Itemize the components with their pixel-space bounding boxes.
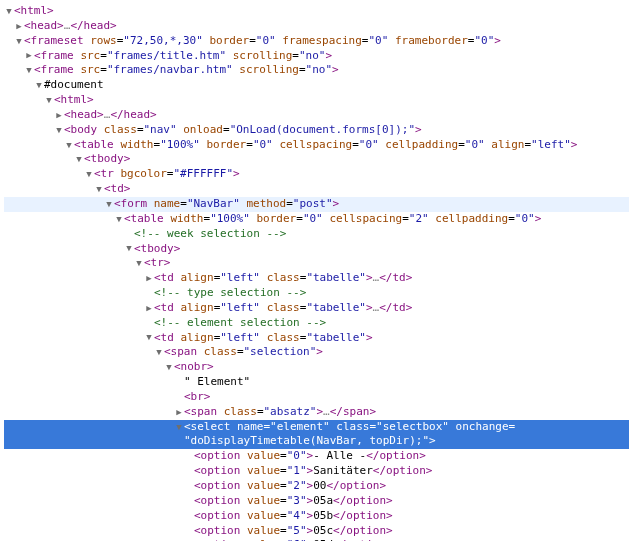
disclosure-arrow[interactable]: ▼ bbox=[24, 64, 34, 76]
node-head: ▶<head>…</head> bbox=[4, 19, 629, 34]
disclosure-arrow[interactable]: ▶ bbox=[144, 272, 154, 284]
disclosure-arrow[interactable]: ▼ bbox=[124, 242, 134, 254]
node-option-1: <option value="1">Sanitäter</option> bbox=[4, 464, 629, 479]
disclosure-arrow[interactable]: ▶ bbox=[174, 406, 184, 418]
node-td-type: ▶<td align="left" class="tabelle">…</td> bbox=[4, 301, 629, 316]
node-option-5: <option value="5">05c</option> bbox=[4, 524, 629, 539]
node-inner-head: ▶<head>…</head> bbox=[4, 108, 629, 123]
node-table-inner: ▼<table width="100%" border="0" cellspac… bbox=[4, 212, 629, 227]
node-frame-title: ▶<frame src="frames/title.htm" scrolling… bbox=[4, 49, 629, 64]
node-option-4: <option value="4">05b</option> bbox=[4, 509, 629, 524]
node-tr-outer: ▼<tr bgcolor="#FFFFFF"> bbox=[4, 167, 629, 182]
disclosure-arrow[interactable]: ▼ bbox=[154, 346, 164, 358]
node-frame-navbar: ▼<frame src="frames/navbar.htm" scrollin… bbox=[4, 63, 629, 78]
node-option-2: <option value="2">00</option> bbox=[4, 479, 629, 494]
disclosure-arrow[interactable]: ▼ bbox=[164, 361, 174, 373]
node-frameset: ▼<frameset rows="72,50,*,30" border="0" … bbox=[4, 34, 629, 49]
node-select-cont: "doDisplayTimetable(NavBar, topDir);"> bbox=[4, 434, 629, 449]
disclosure-arrow[interactable]: ▶ bbox=[14, 20, 24, 32]
disclosure-arrow[interactable]: ▶ bbox=[54, 109, 64, 121]
comment-element: <!-- element selection --> bbox=[4, 316, 629, 331]
comment-type: <!-- type selection --> bbox=[4, 286, 629, 301]
node-form: ▼<form name="NavBar" method="post"> bbox=[4, 197, 629, 212]
node-option-0: <option value="0">- Alle -</option> bbox=[4, 449, 629, 464]
disclosure-arrow[interactable]: ▶ bbox=[144, 302, 154, 314]
comment-week: <!-- week selection --> bbox=[4, 227, 629, 242]
node-td-outer: ▼<td> bbox=[4, 182, 629, 197]
node-table-outer: ▼<table width="100%" border="0" cellspac… bbox=[4, 138, 629, 153]
disclosure-arrow[interactable]: ▼ bbox=[94, 183, 104, 195]
disclosure-arrow[interactable]: ▼ bbox=[144, 331, 154, 343]
node-document: ▼#document bbox=[4, 78, 629, 93]
node-tbody-outer: ▼<tbody> bbox=[4, 152, 629, 167]
node-nobr: ▼<nobr> bbox=[4, 360, 629, 375]
node-td-week: ▶<td align="left" class="tabelle">…</td> bbox=[4, 271, 629, 286]
disclosure-arrow[interactable]: ▼ bbox=[134, 257, 144, 269]
disclosure-arrow[interactable]: ▼ bbox=[54, 124, 64, 136]
disclosure-arrow[interactable]: ▼ bbox=[104, 198, 114, 210]
disclosure-arrow[interactable]: ▼ bbox=[74, 153, 84, 165]
node-html: ▼<html> bbox=[4, 4, 629, 19]
disclosure-arrow[interactable]: ▶ bbox=[24, 49, 34, 61]
node-span-absatz: ▶<span class="absatz">…</span> bbox=[4, 405, 629, 420]
disclosure-arrow[interactable]: ▼ bbox=[44, 94, 54, 106]
node-body: ▼<body class="nav" onload="OnLoad(docume… bbox=[4, 123, 629, 138]
node-inner-html: ▼<html> bbox=[4, 93, 629, 108]
node-tbody-inner: ▼<tbody> bbox=[4, 242, 629, 257]
dom-tree: ▼<html>▶<head>…</head>▼<frameset rows="7… bbox=[4, 4, 629, 541]
disclosure-arrow[interactable]: ▼ bbox=[114, 213, 124, 225]
disclosure-arrow[interactable]: ▼ bbox=[34, 79, 44, 91]
disclosure-arrow[interactable]: ▼ bbox=[4, 5, 14, 17]
disclosure-arrow[interactable]: ▼ bbox=[84, 168, 94, 180]
node-tr-inner: ▼<tr> bbox=[4, 256, 629, 271]
node-select[interactable]: ▼<select name="element" class="selectbox… bbox=[4, 420, 629, 435]
node-td-element: ▼<td align="left" class="tabelle"> bbox=[4, 331, 629, 346]
text-element: " Element" bbox=[4, 375, 629, 390]
disclosure-arrow[interactable]: ▼ bbox=[14, 35, 24, 47]
node-br: <br> bbox=[4, 390, 629, 405]
node-span-selection: ▼<span class="selection"> bbox=[4, 345, 629, 360]
node-option-3: <option value="3">05a</option> bbox=[4, 494, 629, 509]
disclosure-arrow[interactable]: ▼ bbox=[174, 421, 184, 433]
disclosure-arrow[interactable]: ▼ bbox=[64, 139, 74, 151]
